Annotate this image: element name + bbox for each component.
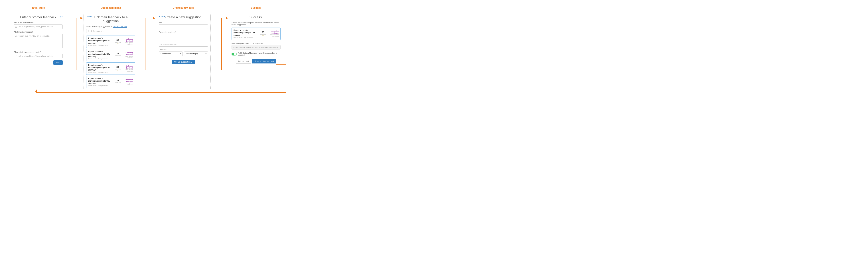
suggestion-card[interactable]: Export account's monitoring config to CS… <box>86 76 135 88</box>
attach-icon <box>160 44 162 45</box>
supporters-count: 33 <box>259 31 267 34</box>
status-date: 10/16/2015 <box>123 71 133 72</box>
panel-title: Create a new suggestion <box>159 15 208 19</box>
card-title: Export account's monitoring config to CS… <box>88 64 113 71</box>
sparkline-icon: 〰︎ <box>114 83 121 85</box>
supporters-label: supporters <box>114 55 121 56</box>
sparkline-icon: 〰︎ <box>114 70 121 71</box>
desc-textarea[interactable]: Attach images or files <box>159 34 208 46</box>
supporters-label: supporters <box>114 68 121 70</box>
card-meta: Forum name / Category name <box>234 37 258 38</box>
notify-toggle[interactable] <box>231 53 237 56</box>
status-meta: status updated <box>268 34 279 36</box>
card-meta: Forum name / Category name <box>88 71 113 73</box>
status-badge: Gathering feedback <box>123 38 133 42</box>
where-label: Where did their request originate? <box>13 51 63 53</box>
success-intro: Sidson Malarkison's request has been rec… <box>231 22 281 26</box>
suggestion-card[interactable]: Export account's monitoring config to CS… <box>86 36 135 48</box>
card-title: Export account's monitoring config to CS… <box>88 50 113 58</box>
panel-title: Enter customer feedback ▾ <box>13 15 63 19</box>
who-input-field[interactable] <box>18 26 61 28</box>
what-label: What was their request? <box>13 31 63 33</box>
status-meta: status updated <box>123 69 133 70</box>
panel-success: Success! Sidson Malarkison's request has… <box>229 13 283 78</box>
suggestion-card[interactable]: Export account's monitoring config to CS… <box>86 49 135 61</box>
supporters-label: supporters <box>114 41 121 43</box>
who-input[interactable] <box>13 25 63 29</box>
card-title: Export account's monitoring config to CS… <box>234 29 258 36</box>
category-select[interactable]: Select category <box>184 52 208 56</box>
status-meta: status updated <box>123 56 133 57</box>
panel-title: Link their feedback to a suggestion <box>86 15 135 23</box>
supporters-label: supporters <box>114 82 121 83</box>
status-date: 10/16/2015 <box>123 57 133 59</box>
desc-label: Description (optional) <box>159 31 208 33</box>
next-button[interactable]: Next <box>53 60 63 65</box>
status-date: 10/16/2015 <box>123 44 133 45</box>
card-meta: Forum name / Category name <box>88 58 113 60</box>
panel-title-text: Enter customer feedback <box>20 15 56 19</box>
url-box[interactable]: http://subdomain.uservoice.com/forums/12… <box>231 45 281 49</box>
gear-icon[interactable]: ▾ <box>60 16 63 18</box>
panel-title: Success! <box>231 15 281 19</box>
card-title: Export account's monitoring config to CS… <box>88 37 113 44</box>
attach-link[interactable]: Attach images or files <box>160 44 177 45</box>
supporters-count: 33 <box>114 66 121 68</box>
notify-label: Notify Sidson Malarkison when the sugges… <box>238 52 281 56</box>
url-label: Here's the public URL to the suggestion: <box>231 42 281 44</box>
supporters-count: 33 <box>114 39 121 41</box>
create-suggestion-button[interactable]: Create suggestion… <box>172 60 195 64</box>
what-textarea[interactable] <box>13 34 63 48</box>
status-meta: status updated <box>123 82 133 84</box>
card-meta: Forum name / Category name <box>88 45 113 46</box>
supporters-label: supporters <box>259 34 267 35</box>
card-title: Export account's monitoring config to CS… <box>88 77 113 84</box>
title-label: Title <box>159 22 208 24</box>
sparkline-icon: 〰︎ <box>259 35 267 36</box>
enter-another-button[interactable]: Enter another request <box>252 59 276 64</box>
subtext: Select an existing suggestion, or create… <box>86 26 135 28</box>
svg-point-0 <box>88 30 89 32</box>
where-input-field[interactable] <box>18 55 61 57</box>
suggestion-card[interactable]: Export account's monitoring config to CS… <box>86 62 135 75</box>
who-label: Who is the request from? <box>13 22 63 24</box>
status-badge: Gathering feedback <box>123 65 133 69</box>
subtext-prefix: Select an existing suggestion, or <box>86 26 113 28</box>
sparkline-icon: 〰︎ <box>114 56 121 58</box>
create-new-link[interactable]: create a new one <box>113 26 127 28</box>
supporters-count: 33 <box>114 53 121 55</box>
panel-create: Back Create a new suggestion Title Descr… <box>156 13 211 89</box>
edit-request-button[interactable]: Edit request <box>236 59 251 64</box>
link-icon <box>15 55 17 57</box>
forum-select[interactable]: Forum name <box>159 52 183 56</box>
stage-label-success: Success <box>229 6 283 9</box>
panel-suggested: Back Link their feedback to a suggestion… <box>84 13 138 89</box>
person-icon <box>15 26 17 28</box>
supporters-count: 33 <box>114 79 121 82</box>
search-input[interactable] <box>86 29 135 33</box>
title-input[interactable] <box>159 25 208 29</box>
status-badge: Gathering feedback <box>123 52 133 56</box>
stage-label-create: Create a new idea <box>156 6 211 9</box>
search-field[interactable] <box>91 30 134 32</box>
status-meta: status updated <box>123 42 133 43</box>
panel-initial: Enter customer feedback ▾ Who is the req… <box>11 13 65 89</box>
stage-label-suggested: Suggested ideas <box>84 6 138 9</box>
where-input[interactable] <box>13 54 63 58</box>
status-date: 10/16/2015 <box>268 36 279 37</box>
status-badge: Gathering feedback <box>268 30 279 34</box>
suggestion-card[interactable]: Export account's monitoring config to CS… <box>231 28 281 40</box>
attach-label: Attach images or files <box>163 44 177 45</box>
status-badge: Gathering feedback <box>123 78 133 82</box>
sparkline-icon: 〰︎ <box>114 43 121 44</box>
status-date: 10/16/2015 <box>123 84 133 86</box>
posted-label: Posted in <box>159 49 208 51</box>
search-icon <box>88 30 90 32</box>
stage-label-initial: Initial state <box>11 6 65 9</box>
card-meta: Forum name / Category name <box>88 85 113 87</box>
